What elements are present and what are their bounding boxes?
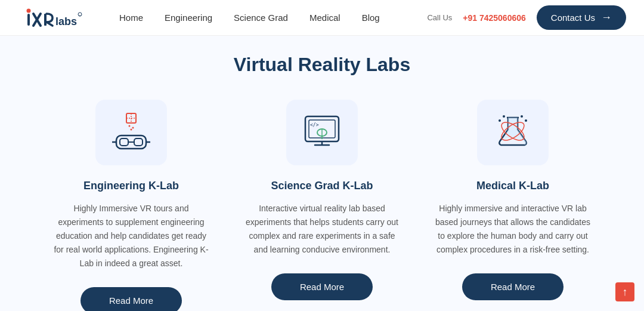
svg-rect-1: [27, 14, 30, 26]
medical-card-desc: Highly immersive and interactive VR lab …: [435, 202, 590, 257]
science-grad-card-title: Science Grad K-Lab: [271, 180, 373, 192]
medical-card-title: Medical K-Lab: [476, 180, 549, 192]
engineering-card-desc: Highly Immersive VR tours and experiment…: [54, 202, 209, 270]
svg-text:labs: labs: [55, 16, 77, 27]
navbar: labs ® Home Engineering Science Grad Med…: [0, 0, 644, 36]
engineering-read-more-button[interactable]: Read More: [80, 287, 182, 311]
scroll-top-icon: ↑: [623, 286, 628, 298]
svg-point-12: [129, 125, 131, 127]
svg-rect-16: [120, 138, 128, 146]
nav-links: Home Engineering Science Grad Medical Bl…: [119, 13, 427, 23]
card-medical: Medical K-Lab Highly immersive and inter…: [417, 100, 608, 300]
medical-read-more-button[interactable]: Read More: [462, 273, 564, 300]
science-grad-card-desc: Interactive virtual reality lab based ex…: [244, 202, 400, 257]
cards-row: Engineering K-Lab Highly Immersive VR to…: [36, 100, 608, 311]
svg-point-0: [27, 8, 31, 13]
nav-science-grad[interactable]: Science Grad: [234, 13, 288, 23]
svg-point-31: [525, 119, 527, 122]
svg-point-14: [131, 128, 132, 130]
page-title: Virtual Reality Labs: [36, 54, 608, 76]
contact-us-button[interactable]: Contact Us →: [537, 5, 626, 30]
svg-rect-17: [134, 138, 143, 146]
nav-right: Call Us +91 7425060606 Contact Us →: [427, 5, 626, 30]
card-science-grad: </> Science Grad K-Lab Interactive virtu…: [227, 100, 417, 300]
nav-engineering[interactable]: Engineering: [165, 13, 212, 23]
engineering-card-title: Engineering K-Lab: [83, 180, 179, 192]
svg-text:®: ®: [79, 14, 81, 17]
science-grad-icon-wrapper: </>: [286, 100, 358, 165]
medical-icon-wrapper: [477, 100, 549, 165]
nav-blog[interactable]: Blog: [362, 13, 380, 23]
science-grad-read-more-button[interactable]: Read More: [271, 273, 373, 300]
arrow-icon: →: [601, 11, 612, 24]
nav-home[interactable]: Home: [119, 13, 143, 23]
svg-point-13: [132, 127, 134, 128]
main-content: Virtual Reality Labs: [0, 36, 644, 311]
phone-number: +91 7425060606: [463, 13, 526, 23]
contact-btn-label: Contact Us: [551, 13, 595, 23]
nav-medical[interactable]: Medical: [309, 13, 340, 23]
svg-point-33: [499, 119, 501, 122]
svg-rect-4: [44, 14, 47, 26]
svg-text:</>: </>: [310, 122, 319, 128]
call-us-label: Call Us: [427, 13, 452, 22]
scroll-to-top-button[interactable]: ↑: [615, 282, 634, 301]
engineering-icon-wrapper: [95, 100, 167, 165]
card-engineering: Engineering K-Lab Highly Immersive VR to…: [36, 100, 227, 311]
svg-point-30: [521, 115, 523, 118]
svg-point-32: [503, 115, 505, 118]
logo[interactable]: labs ®: [18, 6, 95, 30]
